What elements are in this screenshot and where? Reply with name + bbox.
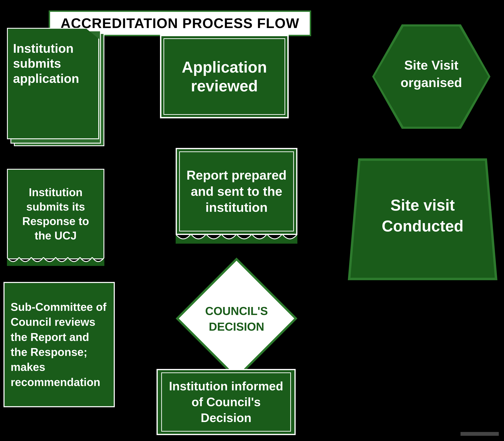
inst-response-shape: Institution submits its Response to the …: [7, 169, 104, 259]
svg-text:Site Visit: Site Visit: [404, 58, 458, 72]
site-visit-conducted-shape: Site visit Conducted: [348, 158, 497, 280]
report-prepared-label: Report prepared and sent to the institut…: [183, 167, 290, 216]
councils-decision-shape: COUNCIL'S DECISION: [176, 258, 297, 379]
app-reviewed-inner: Application reviewed: [164, 38, 285, 115]
svg-marker-9: [179, 261, 294, 376]
inst-informed-shape: Institution informed of Council's Decisi…: [156, 369, 296, 435]
app-reviewed-shape: Application reviewed: [160, 35, 289, 118]
report-prepared-inner: Report prepared and sent to the institut…: [179, 151, 294, 232]
svg-text:organised: organised: [400, 75, 462, 90]
svg-text:Site visit: Site visit: [390, 196, 455, 214]
app-reviewed-label: Application reviewed: [164, 58, 285, 95]
svg-text:DECISION: DECISION: [209, 320, 264, 333]
wavy-bottom-response: [7, 257, 104, 266]
subcommittee-label: Sub-Committee of Council reviews the Rep…: [11, 299, 108, 390]
site-visit-organised-shape: Site Visit organised: [372, 24, 490, 129]
inst-informed-label: Institution informed of Council's Decisi…: [165, 378, 287, 426]
inst-response-label: Institution submits its Response to the …: [13, 185, 98, 243]
svg-text:COUNCIL'S: COUNCIL'S: [205, 305, 268, 317]
inst-informed-inner: Institution informed of Council's Decisi…: [161, 372, 291, 432]
subcommittee-shape: Sub-Committee of Council reviews the Rep…: [3, 282, 115, 407]
scrollbar: [460, 432, 499, 436]
page-title: ACCREDITATION PROCESS FLOW: [61, 16, 299, 31]
report-prepared-shape: Report prepared and sent to the institut…: [176, 148, 297, 235]
svg-text:Conducted: Conducted: [382, 217, 463, 235]
institution-submits-label: Institution submits application: [13, 41, 93, 86]
wavy-bottom-report: [176, 234, 297, 244]
stack-page-main: Institution submits application: [7, 28, 99, 139]
